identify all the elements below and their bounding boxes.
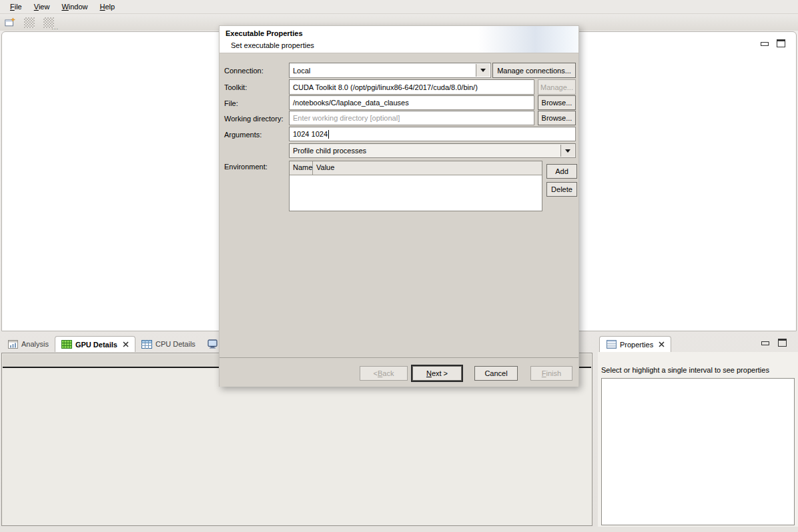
tab-cpu-details[interactable]: CPU Details xyxy=(135,336,202,352)
minimize-icon[interactable] xyxy=(761,340,769,346)
properties-message: Select or highlight a single interval to… xyxy=(601,366,769,374)
delete-environment-button[interactable]: Delete xyxy=(546,182,577,197)
overflow-dots-icon: ... xyxy=(51,24,59,31)
tab-properties[interactable]: Properties xyxy=(599,336,671,352)
menu-view[interactable]: View xyxy=(28,1,56,12)
tab-gpu-details[interactable]: GPU Details xyxy=(55,336,135,352)
connection-select[interactable]: Local xyxy=(289,63,491,78)
chevron-down-icon[interactable] xyxy=(476,64,490,77)
menu-help[interactable]: Help xyxy=(94,1,121,12)
manage-toolkit-button[interactable]: Manage... xyxy=(538,79,576,95)
tab-label: Analysis xyxy=(21,340,49,348)
environment-table[interactable]: Name Value xyxy=(289,161,542,211)
window-bottom-edge xyxy=(0,527,798,532)
dialog-subtitle: Set executable properties xyxy=(231,41,314,49)
chevron-down-icon[interactable] xyxy=(560,145,574,157)
console-icon xyxy=(208,339,218,349)
manage-connections-button[interactable]: Manage connections... xyxy=(492,63,576,78)
environment-table-header: Name Value xyxy=(290,161,542,175)
browse-working-directory-button[interactable]: Browse... xyxy=(538,111,576,125)
connection-value: Local xyxy=(293,67,310,75)
toolkit-value: CUDA Toolkit 8.0 (/opt/pgi/linux86-64/20… xyxy=(293,83,478,91)
finish-button[interactable]: Finish xyxy=(530,366,572,381)
close-icon[interactable] xyxy=(123,341,129,347)
file-field[interactable]: /notebooks/C/laplace_data_clauses xyxy=(289,95,534,110)
column-header-value: Value xyxy=(313,161,542,175)
dialog-banner: Executable Properties Set executable pro… xyxy=(220,26,578,53)
arguments-value: 1024 1024 xyxy=(293,130,328,138)
analysis-icon xyxy=(7,339,18,349)
minimize-icon[interactable] xyxy=(760,41,769,47)
properties-content-box xyxy=(601,378,795,525)
toolbar-disabled-button-1[interactable] xyxy=(22,16,37,29)
application-window: File View Window Help ... xyxy=(0,0,798,532)
text-caret xyxy=(328,130,329,139)
close-icon[interactable] xyxy=(659,341,665,347)
toolbar-disabled-button-2[interactable]: ... xyxy=(41,16,56,29)
disabled-icon xyxy=(24,17,35,28)
column-header-name: Name xyxy=(290,161,313,175)
menu-file[interactable]: File xyxy=(4,1,28,12)
menu-bar: File View Window Help xyxy=(0,0,798,14)
toolkit-field[interactable]: CUDA Toolkit 8.0 (/opt/pgi/linux86-64/20… xyxy=(289,79,534,95)
working-directory-label: Working directory: xyxy=(224,115,283,123)
environment-label: Environment: xyxy=(224,163,268,171)
file-value: /notebooks/C/laplace_data_clauses xyxy=(293,99,409,107)
tab-label: Properties xyxy=(620,341,653,349)
tab-analysis[interactable]: Analysis xyxy=(1,336,55,352)
profile-child-processes-select[interactable]: Profile child processes xyxy=(289,143,576,158)
maximize-icon[interactable] xyxy=(777,39,785,47)
cancel-button[interactable]: Cancel xyxy=(474,366,518,381)
new-session-icon xyxy=(5,17,15,28)
gpu-details-icon xyxy=(61,339,72,350)
executable-properties-dialog: Executable Properties Set executable pro… xyxy=(219,25,579,387)
browse-file-button[interactable]: Browse... xyxy=(538,95,576,110)
connection-label: Connection: xyxy=(224,67,264,75)
new-session-button[interactable] xyxy=(3,16,17,29)
file-label: File: xyxy=(224,99,238,107)
maximize-icon[interactable] xyxy=(778,339,787,347)
working-directory-placeholder: Enter working directory [optional] xyxy=(293,114,400,122)
dialog-footer: < Back Next > Cancel Finish xyxy=(220,358,578,387)
back-button[interactable]: < Back xyxy=(360,366,408,381)
properties-icon xyxy=(606,339,617,350)
arguments-field[interactable]: 1024 1024 xyxy=(289,127,576,141)
add-environment-button[interactable]: Add xyxy=(546,164,577,179)
next-button[interactable]: Next > xyxy=(412,366,462,381)
tab-label: CPU Details xyxy=(155,340,195,348)
dialog-title: Executable Properties xyxy=(226,29,303,37)
cpu-details-icon xyxy=(141,339,152,349)
properties-panel-body: Select or highlight a single interval to… xyxy=(598,352,798,527)
working-directory-field[interactable]: Enter working directory [optional] xyxy=(289,111,534,125)
profile-child-processes-value: Profile child processes xyxy=(293,147,366,155)
tab-label: GPU Details xyxy=(75,341,117,349)
arguments-label: Arguments: xyxy=(224,131,262,139)
toolkit-label: Toolkit: xyxy=(224,83,247,91)
menu-window[interactable]: Window xyxy=(55,1,93,12)
